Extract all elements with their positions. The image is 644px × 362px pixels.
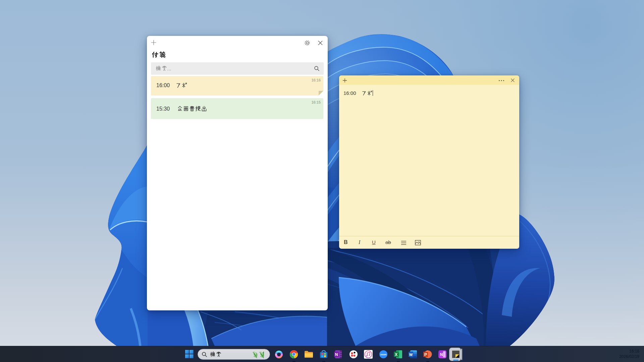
svg-text:W: W: [409, 353, 413, 357]
svg-text:X: X: [395, 352, 397, 357]
svg-text:N: N: [440, 352, 443, 357]
svg-text:zoom: zoom: [380, 353, 386, 356]
svg-text:P: P: [424, 352, 427, 357]
svg-text:N: N: [335, 352, 338, 357]
